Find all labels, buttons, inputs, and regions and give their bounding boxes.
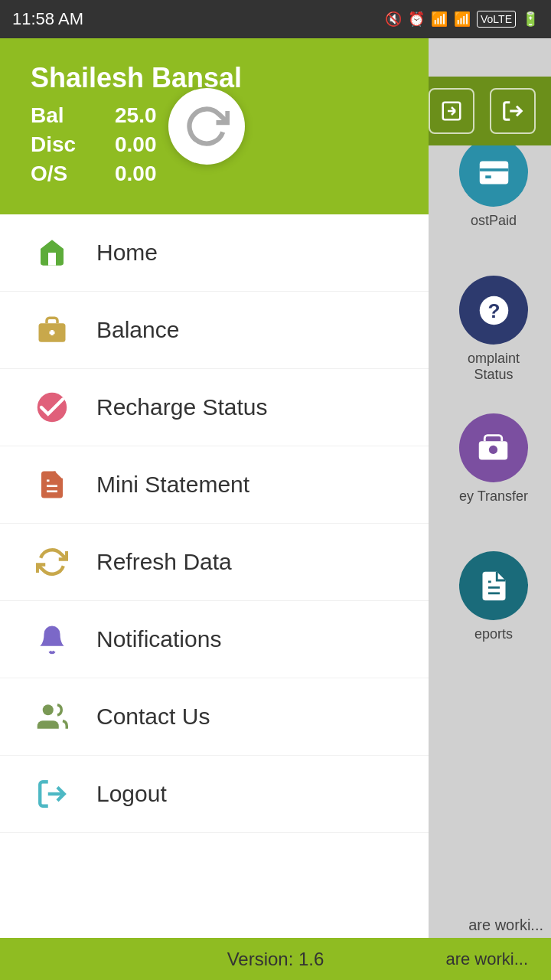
reports-label: eports — [474, 626, 513, 642]
disc-value: 0.00 — [115, 132, 157, 157]
menu-item-refresh-data[interactable]: Refresh Data — [0, 524, 429, 601]
home-icon — [31, 231, 73, 274]
menu-list: Home Balance Recharge Stat — [0, 214, 429, 980]
status-time: 11:58 AM — [12, 9, 83, 29]
contact-us-icon — [31, 695, 73, 738]
money-transfer-label: ey Transfer — [459, 488, 528, 505]
toolbar-right — [429, 77, 551, 145]
bal-label: Bal — [31, 103, 99, 128]
complaint-label: omplaintStatus — [468, 351, 520, 383]
version-text: Version: 1.6 — [227, 949, 324, 970]
refresh-data-label: Refresh Data — [96, 549, 232, 575]
complaint-icon-circle: ? — [459, 276, 528, 345]
recharge-status-icon — [31, 386, 73, 429]
logout-icon — [31, 773, 73, 815]
alarm-icon: ⏰ — [408, 11, 425, 28]
mute-icon: 🔇 — [385, 11, 402, 28]
sync-button[interactable] — [429, 88, 474, 134]
svg-rect-5 — [479, 161, 508, 184]
contact-us-label: Contact Us — [96, 704, 210, 730]
battery-icon: 🔋 — [522, 11, 539, 28]
drawer-header: Shailesh Bansal Bal 25.0 Disc 0.00 O/S 0… — [0, 38, 429, 214]
signal-icon: 📶 — [454, 11, 471, 28]
navigation-drawer: Shailesh Bansal Bal 25.0 Disc 0.00 O/S 0… — [0, 38, 429, 980]
menu-item-contact-us[interactable]: Contact Us — [0, 678, 429, 756]
bg-reports: eports — [459, 551, 528, 642]
menu-item-logout[interactable]: Logout — [0, 756, 429, 833]
balance-label: Balance — [96, 317, 179, 343]
bg-complaint: ? omplaintStatus — [459, 276, 528, 383]
menu-item-balance[interactable]: Balance — [0, 292, 429, 369]
notifications-icon — [31, 618, 73, 661]
os-label: O/S — [31, 162, 99, 186]
bal-value: 25.0 — [115, 103, 157, 128]
money-transfer-icon-circle — [459, 413, 528, 482]
menu-item-notifications[interactable]: Notifications — [0, 601, 429, 678]
mini-statement-label: Mini Statement — [96, 472, 249, 498]
svg-point-11 — [489, 445, 497, 453]
volte-icon: VoLTE — [477, 11, 516, 28]
status-bar: 11:58 AM 🔇 ⏰ 📶 📶 VoLTE 🔋 — [0, 0, 551, 38]
postpaid-label: ostPaid — [471, 213, 517, 229]
reports-icon-circle — [459, 551, 528, 620]
refresh-data-icon — [31, 541, 73, 583]
postpaid-icon-circle — [459, 138, 528, 207]
svg-point-22 — [43, 704, 54, 715]
bg-money-transfer: ey Transfer — [459, 413, 528, 505]
balance-icon — [31, 309, 73, 351]
home-label: Home — [96, 240, 158, 266]
status-icons: 🔇 ⏰ 📶 📶 VoLTE 🔋 — [385, 11, 539, 28]
os-row: O/S 0.00 — [31, 162, 406, 186]
svg-text:?: ? — [487, 299, 500, 322]
notifications-label: Notifications — [96, 626, 221, 652]
mini-statement-icon — [31, 463, 73, 506]
wifi-icon: 📶 — [431, 11, 448, 28]
version-bar: Version: 1.6 are worki... — [0, 938, 551, 980]
logout-toolbar-button[interactable] — [490, 88, 536, 134]
bg-working-text: are worki... — [468, 916, 543, 934]
refresh-button[interactable] — [168, 88, 245, 165]
menu-item-home[interactable]: Home — [0, 214, 429, 292]
disc-label: Disc — [31, 132, 99, 157]
menu-item-recharge-status[interactable]: Recharge Status — [0, 369, 429, 446]
menu-item-mini-statement[interactable]: Mini Statement — [0, 446, 429, 524]
version-right-text: are worki... — [445, 949, 528, 969]
bg-postpaid: ostPaid — [459, 138, 528, 229]
os-value: 0.00 — [115, 162, 157, 186]
recharge-status-label: Recharge Status — [96, 394, 267, 420]
logout-label: Logout — [96, 781, 167, 807]
